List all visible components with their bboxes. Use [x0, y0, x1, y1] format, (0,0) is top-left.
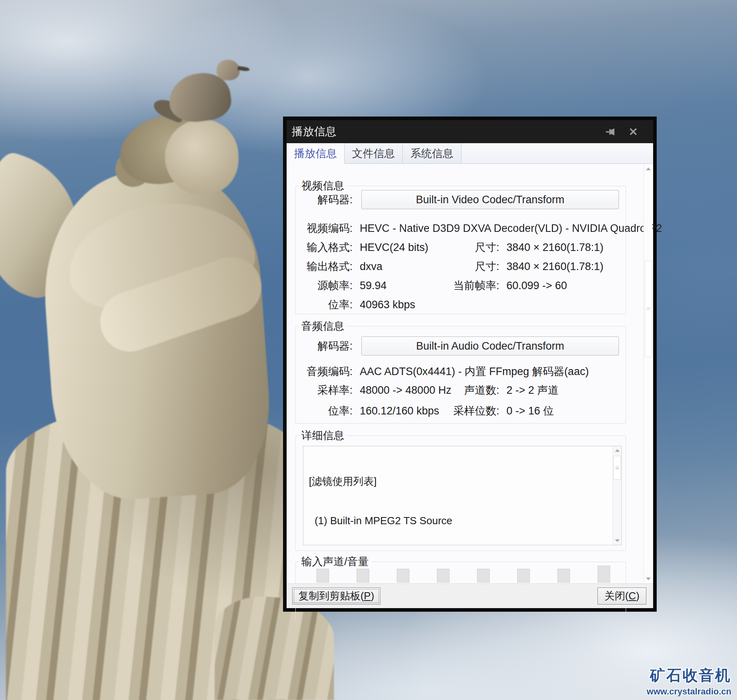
- bird-head: [217, 60, 240, 80]
- scrollbar-up-button[interactable]: [613, 446, 621, 455]
- channel-meters: [287, 569, 653, 585]
- row-value-2: 3840 × 2160(1.78:1): [506, 241, 603, 254]
- row-label: 音频编码:: [296, 364, 353, 379]
- tab-playback-info[interactable]: 播放信息: [287, 143, 345, 164]
- channel-meter: [477, 569, 490, 583]
- video-codec-row: 视频编码: HEVC - Native D3D9 DXVA Decoder(VL…: [296, 220, 626, 236]
- audio-decoder-button[interactable]: Built-in Audio Codec/Transform: [361, 336, 619, 356]
- arrow-down-icon: [615, 539, 620, 542]
- video-input-format-row: 输入格式: HEVC(24 bits) 尺寸: 3840 × 2160(1.78…: [296, 239, 626, 255]
- button-label: ): [371, 590, 374, 602]
- scrollbar-down-button[interactable]: [613, 537, 621, 545]
- close-icon[interactable]: [628, 126, 639, 137]
- channel-meter: [517, 569, 530, 583]
- row-label: 输入格式:: [296, 240, 353, 255]
- watermark-title: 矿石收音机: [647, 665, 731, 686]
- channel-meter: [597, 566, 610, 583]
- filter-list-textbox[interactable]: [滤镜使用列表] (1) Built-in MPEG2 TS Source (2…: [303, 446, 622, 545]
- row-label: 视频编码:: [296, 221, 353, 235]
- filter-list-line: [滤镜使用列表]: [309, 475, 613, 488]
- tab-label: 系统信息: [411, 146, 454, 161]
- video-framerate-row: 源帧率: 59.94 当前帧率: 60.099 -> 60: [296, 278, 626, 294]
- button-mnemonic: P: [364, 590, 370, 602]
- channel-meter: [397, 569, 409, 583]
- statue-head: [165, 119, 239, 195]
- playback-info-dialog: 播放信息 播放信息 文件信息 系统信息: [283, 117, 657, 612]
- thumb-grip-icon: [615, 467, 619, 469]
- scrollbar-thumb[interactable]: [613, 456, 621, 480]
- detail-info-group: 详细信息 [滤镜使用列表] (1) Built-in MPEG2 TS Sour…: [295, 436, 626, 551]
- row-label-2: 声道数:: [415, 383, 499, 397]
- audio-info-group: 音频信息 解码器: Built-in Audio Codec/Transform…: [295, 326, 626, 424]
- filter-list-text: [滤镜使用列表] (1) Built-in MPEG2 TS Source (2…: [303, 446, 613, 545]
- row-label-2: 尺寸:: [415, 240, 499, 255]
- video-output-format-row: 输出格式: dxva 尺寸: 3840 × 2160(1.78:1): [296, 259, 626, 274]
- tab-label: 文件信息: [352, 146, 395, 161]
- row-value: 40963 kbps: [360, 299, 415, 311]
- arrow-down-icon: [646, 578, 651, 580]
- button-mnemonic: C: [628, 590, 636, 602]
- tab-strip-filler: [462, 143, 653, 164]
- button-label: 关闭(: [604, 589, 628, 603]
- copy-to-clipboard-button[interactable]: 复制到剪贴板(P): [292, 587, 380, 605]
- input-volume-group-title: 输入声道/音量: [299, 555, 371, 568]
- video-decoder-button[interactable]: Built-in Video Codec/Transform: [361, 190, 619, 209]
- detail-info-group-title: 详细信息: [299, 429, 347, 442]
- audio-decoder-label: 解码器:: [296, 339, 353, 353]
- textbox-scrollbar[interactable]: [613, 446, 621, 545]
- audio-bitrate-row: 位率: 160.12/160 kbps 采样位数: 0 -> 16 位: [296, 403, 626, 419]
- row-label-2: 采样位数:: [415, 404, 499, 418]
- dialog-title: 播放信息: [287, 124, 336, 139]
- button-label: 复制到剪贴板(: [299, 589, 364, 603]
- video-bitrate-row: 位率: 40963 kbps: [296, 297, 626, 313]
- scrollbar-down-button[interactable]: [644, 574, 652, 583]
- row-label: 源帧率:: [296, 278, 353, 293]
- dialog-scrollbar[interactable]: [644, 164, 652, 583]
- row-label-2: 尺寸:: [415, 259, 499, 274]
- desktop-screenshot: 播放信息 播放信息 文件信息 系统信息: [0, 0, 737, 700]
- scrollbar-thumb[interactable]: [645, 261, 652, 357]
- tab-strip: 播放信息 文件信息 系统信息: [287, 143, 653, 164]
- row-label: 位率:: [296, 404, 353, 418]
- row-value: dxva: [360, 261, 382, 273]
- filter-list-line: (1) Built-in MPEG2 TS Source: [309, 514, 613, 527]
- video-info-group: 视频信息 解码器: Built-in Video Codec/Transform…: [295, 186, 626, 314]
- video-decoder-row: 解码器: Built-in Video Codec/Transform: [296, 190, 626, 209]
- watermark-url: www.crystalradio.cn: [647, 686, 731, 697]
- audio-info-group-title: 音频信息: [299, 320, 347, 332]
- channel-meter: [557, 569, 570, 583]
- row-value-2: 0 -> 16 位: [506, 404, 554, 418]
- thumb-grip-icon: [647, 307, 650, 310]
- arrow-up-icon: [615, 449, 620, 452]
- row-value-2: 3840 × 2160(1.78:1): [506, 261, 603, 273]
- audio-samplerate-row: 采样率: 48000 -> 48000 Hz 声道数: 2 -> 2 声道: [296, 382, 626, 398]
- row-value-2: 2 -> 2 声道: [506, 383, 559, 397]
- dialog-titlebar: 播放信息: [287, 120, 653, 143]
- video-decoder-label: 解码器:: [296, 192, 353, 207]
- row-value: AAC ADTS(0x4441) - 内置 FFmpeg 解码器(aac): [360, 364, 589, 379]
- channel-meter: [357, 569, 369, 583]
- row-value: HEVC - Native D3D9 DXVA Decoder(VLD) - N…: [360, 222, 662, 235]
- channel-meter: [437, 569, 450, 583]
- row-label: 位率:: [296, 298, 353, 312]
- audio-decoder-row: 解码器: Built-in Audio Codec/Transform: [296, 336, 626, 356]
- tab-file-info[interactable]: 文件信息: [345, 143, 403, 164]
- scrollbar-up-button[interactable]: [644, 164, 652, 173]
- close-button[interactable]: 关闭(C): [597, 587, 646, 605]
- arrow-up-icon: [646, 167, 651, 170]
- row-value-2: 60.099 -> 60: [506, 280, 567, 292]
- tab-label: 播放信息: [294, 146, 337, 161]
- row-value: 59.94: [360, 280, 387, 292]
- watermark: 矿石收音机 www.crystalradio.cn: [647, 665, 731, 697]
- row-label: 采样率:: [296, 383, 353, 397]
- row-label-2: 当前帧率:: [415, 278, 499, 293]
- tab-system-info[interactable]: 系统信息: [403, 143, 462, 164]
- row-label: 输出格式:: [296, 259, 353, 274]
- audio-codec-row: 音频编码: AAC ADTS(0x4441) - 内置 FFmpeg 解码器(a…: [296, 364, 626, 379]
- button-label: ): [636, 590, 640, 602]
- dialog-button-bar: 复制到剪贴板(P) 关闭(C): [287, 583, 653, 608]
- pin-icon[interactable]: [605, 126, 617, 137]
- channel-meter: [316, 569, 329, 583]
